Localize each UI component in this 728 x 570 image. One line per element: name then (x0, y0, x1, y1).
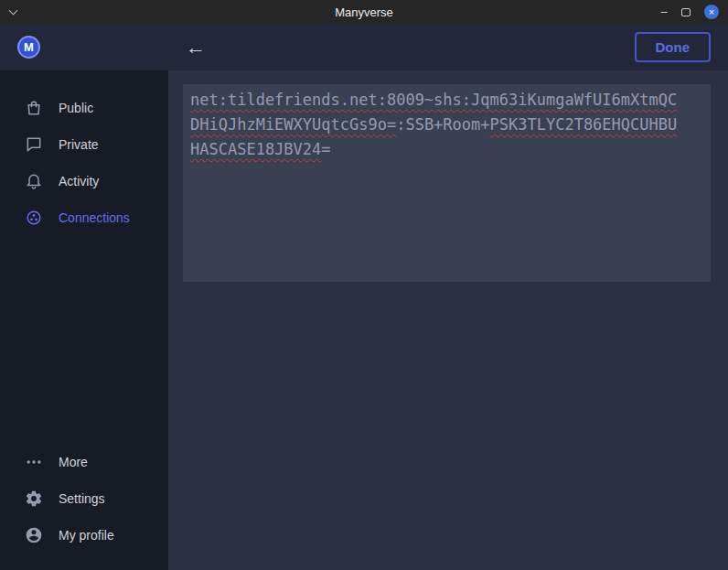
main-panel: net:tildefriends.net:8009~shs:Jqm63iKumg… (168, 70, 728, 570)
restore-button[interactable] (681, 8, 691, 16)
sidebar-item-connections[interactable]: Connections (0, 199, 168, 236)
window-menu-button[interactable] (9, 7, 18, 16)
app-header: M ← Done (0, 24, 728, 70)
window-controls: − × (660, 5, 719, 19)
minimize-button[interactable]: − (660, 5, 668, 18)
done-button[interactable]: Done (635, 32, 712, 62)
sidebar-item-label: Connections (59, 210, 130, 225)
content-area: Public Private Activity (0, 70, 728, 570)
sidebar-item-label: More (59, 455, 88, 469)
dots-icon (25, 453, 43, 471)
logo-letter: M (24, 40, 34, 54)
sidebar-item-my-profile[interactable]: My profile (0, 517, 168, 554)
back-button[interactable]: ← (186, 38, 206, 58)
sidebar-item-settings[interactable]: Settings (0, 480, 168, 517)
address-line: HASCASE18JBV24= (190, 137, 703, 162)
profile-icon (25, 526, 43, 544)
sidebar-item-public[interactable]: Public (0, 90, 168, 126)
sidebar-bottom-group: More Settings My profile (0, 444, 168, 554)
close-button[interactable]: × (704, 5, 719, 19)
sidebar-item-more[interactable]: More (0, 444, 168, 480)
sidebar-item-private[interactable]: Private (0, 126, 168, 163)
sidebar-item-label: My profile (59, 528, 114, 543)
sidebar-item-label: Private (59, 137, 99, 152)
swarm-icon (25, 209, 43, 227)
manyverse-window: Manyverse − × M ← Done Public (0, 0, 728, 570)
titlebar: Manyverse − × (0, 0, 728, 24)
address-line: DHiQJhzMiEWXYUqtcGs9o=:SSB+Room+PSK3TLYC… (190, 113, 703, 137)
server-address-input[interactable]: net:tildefriends.net:8009~shs:Jqm63iKumg… (183, 84, 711, 282)
sidebar-item-label: Settings (59, 491, 105, 506)
sidebar-item-activity[interactable]: Activity (0, 163, 168, 199)
sidebar-item-label: Public (59, 101, 93, 115)
gear-icon (25, 489, 43, 508)
window-title: Manyverse (0, 5, 728, 19)
manyverse-logo: M (17, 36, 40, 59)
sidebar-top-group: Public Private Activity (0, 90, 168, 236)
sidebar-item-label: Activity (59, 174, 99, 188)
address-line: net:tildefriends.net:8009~shs:Jqm63iKumg… (190, 88, 703, 113)
message-icon (25, 135, 43, 154)
sidebar: Public Private Activity (0, 70, 168, 570)
bell-icon (25, 172, 43, 190)
bag-icon (25, 99, 43, 117)
